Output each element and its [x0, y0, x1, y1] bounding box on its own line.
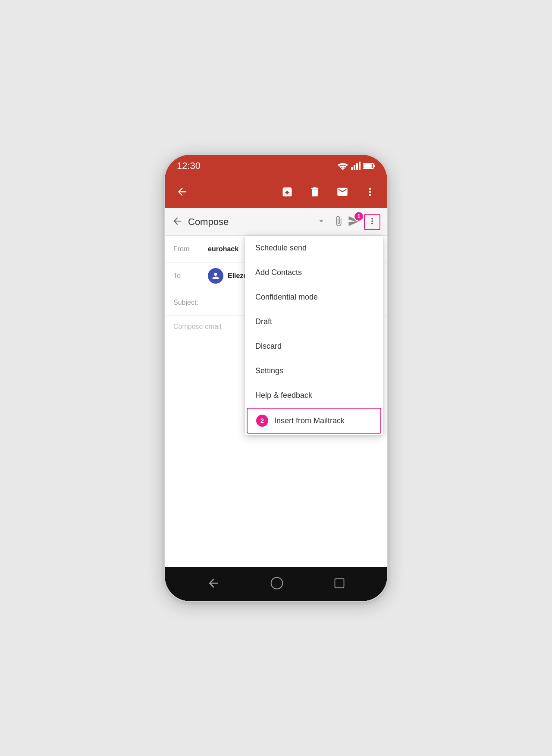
attach-button[interactable]: [333, 216, 344, 228]
compose-dropdown-button[interactable]: [317, 216, 326, 228]
delete-button[interactable]: [305, 182, 324, 203]
svg-rect-1: [351, 167, 353, 170]
svg-point-0: [342, 169, 343, 170]
subject-label: Subject:: [173, 299, 208, 306]
delete-icon: [309, 186, 321, 198]
attach-icon: [333, 216, 344, 227]
menu-item-add-contacts[interactable]: Add Contacts: [245, 260, 383, 285]
menu-item-settings[interactable]: Settings: [245, 359, 383, 383]
archive-icon: [281, 186, 293, 198]
svg-rect-6: [373, 165, 375, 167]
menu-item-help-feedback[interactable]: Help & feedback: [245, 383, 383, 408]
more-options-button[interactable]: [361, 182, 380, 203]
person-icon: [211, 271, 220, 281]
from-value: eurohack: [208, 245, 238, 253]
menu-item-draft[interactable]: Draft: [245, 309, 383, 334]
more-vert-icon: [364, 186, 376, 198]
nav-recents-button[interactable]: [333, 577, 345, 591]
nav-recents-icon: [333, 577, 345, 589]
step1-badge: 1: [354, 211, 364, 222]
nav-back-icon: [207, 576, 220, 590]
compose-more-button[interactable]: [364, 214, 380, 230]
nav-home-button[interactable]: [270, 576, 284, 592]
to-label: To: [173, 272, 208, 280]
from-label: From: [173, 245, 208, 253]
mail-button[interactable]: [333, 182, 352, 203]
dropdown-arrow-icon: [317, 216, 326, 226]
menu-item-confidential-mode[interactable]: Confidential mode: [245, 285, 383, 309]
svg-rect-4: [359, 162, 361, 170]
svg-point-8: [271, 578, 283, 589]
compose-back-button[interactable]: [172, 216, 183, 228]
dropdown-menu: Schedule send Add Contacts Confidential …: [245, 236, 383, 435]
signal-icon: [351, 162, 361, 170]
mail-icon: [336, 186, 348, 198]
body-placeholder: Compose email: [173, 323, 221, 330]
nav-home-icon: [270, 576, 284, 590]
step2-badge: 2: [256, 415, 268, 427]
status-bar: 12:30: [165, 155, 387, 177]
menu-item-discard[interactable]: Discard: [245, 334, 383, 359]
compose-more-icon: [367, 216, 377, 226]
bottom-navigation: [165, 567, 387, 601]
svg-rect-2: [354, 165, 355, 170]
app-toolbar: [165, 177, 387, 208]
compose-header: Compose 1: [165, 208, 387, 236]
compose-title: Compose: [188, 216, 317, 228]
battery-icon: [363, 162, 375, 170]
menu-item-schedule-send[interactable]: Schedule send: [245, 236, 383, 260]
svg-rect-7: [364, 164, 372, 168]
svg-rect-3: [356, 163, 358, 170]
compose-back-icon: [172, 216, 183, 227]
status-time: 12:30: [177, 160, 201, 172]
back-arrow-icon: [176, 186, 188, 198]
archive-button[interactable]: [278, 182, 297, 203]
toolbar-back-button[interactable]: [172, 182, 191, 203]
phone-frame: 12:30: [164, 154, 388, 602]
send-button[interactable]: 1: [348, 215, 361, 229]
wifi-icon: [337, 162, 348, 170]
status-icons: [337, 162, 375, 170]
menu-item-insert-mailtrack[interactable]: 2 Insert from Mailtrack: [247, 408, 381, 434]
nav-back-button[interactable]: [207, 576, 220, 592]
svg-rect-9: [335, 579, 344, 588]
contact-avatar: [208, 268, 223, 284]
